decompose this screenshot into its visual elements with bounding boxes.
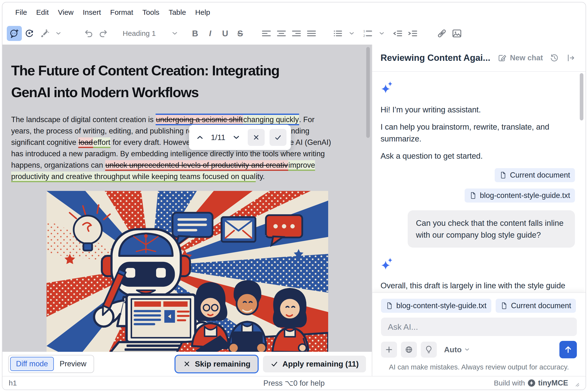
- block-format-select[interactable]: Heading 1: [121, 29, 181, 38]
- ai-sparkle-icon: [380, 80, 394, 94]
- link-icon: [436, 28, 447, 39]
- reject-change-button[interactable]: [248, 129, 265, 146]
- outdent-button[interactable]: [390, 26, 405, 41]
- menu-file[interactable]: File: [11, 6, 32, 19]
- tracked-insertion[interactable]: effort: [93, 137, 111, 148]
- chat-history[interactable]: Hi! I’m your writing assistant. I can he…: [372, 72, 585, 292]
- chat-scrollbar[interactable]: [580, 73, 583, 120]
- chevron-down-icon: [231, 132, 241, 142]
- skip-remaining-button[interactable]: Skip remaining: [176, 356, 258, 372]
- close-panel-button[interactable]: [564, 51, 577, 64]
- app-window: File Edit View Insert Format Tools Table…: [2, 2, 586, 390]
- attachment-chip-style-guide[interactable]: blog-content-style-guide.txt: [465, 188, 575, 202]
- ai-review-button[interactable]: [22, 26, 37, 41]
- justify-icon: [306, 28, 317, 39]
- assistant-message: Hi! I’m your writing assistant.: [380, 104, 575, 116]
- skip-remaining-label: Skip remaining: [195, 360, 250, 368]
- add-attachment-button[interactable]: [381, 342, 397, 358]
- tracked-deletion[interactable]: unlock unprecedented levels of productiv…: [105, 160, 288, 171]
- attachment-label: blog-content-style-guide.txt: [480, 191, 570, 200]
- apply-remaining-button[interactable]: Apply remaining (11): [263, 356, 366, 372]
- italic-button[interactable]: I: [203, 26, 218, 41]
- menubar: File Edit View Insert Format Tools Table…: [3, 2, 585, 22]
- mode-select[interactable]: Auto: [444, 345, 471, 354]
- chevron-down-icon: [463, 346, 471, 354]
- menu-edit[interactable]: Edit: [32, 6, 53, 19]
- menu-table[interactable]: Table: [164, 6, 191, 19]
- editor-pane: The Future of Content Creation: Integrat…: [3, 44, 372, 376]
- menu-view[interactable]: View: [53, 6, 78, 19]
- send-button[interactable]: [559, 341, 577, 358]
- brand-label[interactable]: tinyMCE: [538, 379, 568, 388]
- document-title[interactable]: The Future of Content Creation: Integrat…: [11, 60, 341, 103]
- ask-ai-inputbox[interactable]: [381, 318, 577, 336]
- composer-chip-current-document[interactable]: Current document: [496, 299, 576, 313]
- redo-button[interactable]: [96, 26, 111, 41]
- ai-chat-icon: [9, 28, 20, 39]
- link-button[interactable]: [434, 26, 449, 41]
- assistant-reply: Overall, this draft is largely in line w…: [380, 280, 575, 292]
- tracked-deletion[interactable]: load: [78, 137, 93, 148]
- attachment-chip-current-document[interactable]: Current document: [495, 168, 575, 182]
- strikethrough-button[interactable]: S: [233, 26, 248, 41]
- magic-wand-dropdown[interactable]: [52, 26, 67, 41]
- preview-button[interactable]: Preview: [54, 357, 92, 370]
- attachment-label: blog-content-style-guide.txt: [396, 302, 486, 310]
- editor-scrollbar[interactable]: [366, 47, 370, 138]
- resize-grip-icon[interactable]: [572, 380, 579, 387]
- underline-button[interactable]: U: [218, 26, 233, 41]
- image-icon: [451, 28, 462, 39]
- new-chat-icon: [497, 53, 507, 63]
- align-center-button[interactable]: [274, 26, 289, 41]
- menu-help[interactable]: Help: [191, 6, 215, 19]
- paragraph-text[interactable]: ity.: [256, 172, 265, 181]
- document-illustration[interactable]: [47, 191, 328, 352]
- panel-close-icon: [566, 53, 576, 63]
- paragraph-text[interactable]: The landscape of digital content creatio…: [11, 115, 156, 124]
- justify-button[interactable]: [304, 26, 319, 41]
- align-left-button[interactable]: [259, 26, 274, 41]
- chevron-down-icon: [54, 29, 63, 38]
- history-button[interactable]: [548, 51, 561, 64]
- menu-format[interactable]: Format: [106, 6, 138, 19]
- document-canvas[interactable]: The Future of Content Creation: Integrat…: [3, 44, 372, 352]
- document-title-line1: The Future of Content Creation: Integrat…: [11, 62, 279, 78]
- strikethrough-icon: S: [237, 28, 243, 38]
- indent-button[interactable]: [405, 26, 420, 41]
- menu-tools[interactable]: Tools: [138, 6, 164, 19]
- menu-insert[interactable]: Insert: [78, 6, 106, 19]
- ai-review-icon: [24, 28, 35, 39]
- web-search-button[interactable]: [401, 342, 417, 358]
- tinymce-logo-icon: [527, 379, 536, 387]
- ai-assistant-button[interactable]: [7, 26, 22, 41]
- svg-text:2: 2: [363, 34, 365, 38]
- tracked-insertion-selected[interactable]: changing quickly: [243, 114, 299, 125]
- ai-disclaimer: AI can make mistakes. Always review outp…: [381, 363, 577, 372]
- composer-chip-style-guide[interactable]: blog-content-style-guide.txt: [381, 299, 491, 313]
- diff-mode-button[interactable]: Diff mode: [10, 357, 54, 371]
- close-icon: [252, 133, 261, 142]
- numbered-list-dropdown[interactable]: [375, 26, 390, 41]
- ask-ai-input[interactable]: [388, 322, 570, 332]
- ideas-button[interactable]: [421, 342, 437, 358]
- magic-wand-button[interactable]: [37, 26, 52, 41]
- align-right-icon: [291, 28, 302, 39]
- image-button[interactable]: [449, 26, 464, 41]
- chevron-down-icon: [378, 29, 386, 38]
- document-body[interactable]: The Future of Content Creation: Integrat…: [11, 60, 341, 352]
- numbered-list-button[interactable]: 1 2: [360, 26, 375, 41]
- new-chat-button[interactable]: New chat: [495, 51, 544, 64]
- bold-button[interactable]: B: [188, 26, 203, 41]
- ai-sidebar: Reviewing Content Agai... New chat: [372, 44, 585, 376]
- apply-remaining-label: Apply remaining (11): [282, 360, 359, 368]
- previous-change-button[interactable]: [193, 131, 207, 144]
- tracked-deletion-selected[interactable]: undergoing a seismic shift: [156, 114, 243, 125]
- next-change-button[interactable]: [230, 131, 243, 144]
- bullet-list-dropdown[interactable]: [345, 26, 360, 41]
- undo-button[interactable]: [81, 26, 96, 41]
- align-right-button[interactable]: [289, 26, 304, 41]
- lightbulb-icon: [424, 345, 434, 354]
- accept-change-button[interactable]: [270, 129, 286, 146]
- bullet-list-button[interactable]: [330, 26, 345, 41]
- check-icon: [270, 360, 278, 368]
